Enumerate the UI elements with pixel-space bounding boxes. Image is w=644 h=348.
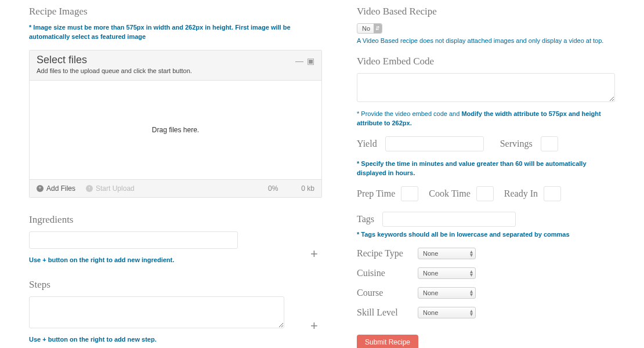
steps-hint: Use + button on the right to add new ste… [29,335,322,345]
ready-in-label: Ready In [504,188,538,199]
tags-input[interactable] [382,212,516,227]
list-view-icon[interactable]: — [295,56,302,66]
yield-input[interactable] [385,136,484,151]
embed-heading: Video Embed Code [357,56,615,67]
drop-zone-text: Drag files here. [152,126,199,134]
skill-level-value: None [423,309,438,316]
cuisine-value: None [423,270,438,277]
tags-hint: * Tags keywords should all be in lowerca… [357,230,615,240]
add-files-button[interactable]: + Add Files [37,184,75,193]
video-based-hint: A Video Based recipe does not display at… [357,37,615,44]
start-upload-button[interactable]: ↑ Start Upload [86,184,135,193]
image-size-hint: * Image size must be more than 575px in … [29,23,322,42]
cook-time-label: Cook Time [429,188,471,199]
submit-recipe-button[interactable]: Submit Recipe [357,335,418,348]
ingredients-hint: Use + button on the right to add new ing… [29,256,322,265]
embed-hint: * Provide the video embed code and Modif… [357,110,615,128]
ingredient-input[interactable] [29,231,238,249]
ready-in-input[interactable] [544,186,561,201]
drop-zone[interactable]: Drag files here. [30,81,321,179]
course-value: None [423,289,438,296]
recipe-type-label: Recipe Type [357,248,418,259]
recipe-type-select[interactable]: None ▴▾ [418,248,476,259]
servings-label: Servings [500,139,533,149]
recipe-type-value: None [423,250,438,257]
video-based-value: No [357,25,374,32]
yield-label: Yield [357,139,377,149]
file-uploader: Select files Add files to the upload que… [29,50,322,198]
cuisine-label: Cuisine [357,268,418,278]
steps-heading: Steps [29,279,322,291]
embed-hint-prefix: * Provide the video embed code and [357,110,461,117]
time-hint: * Specify the time in minutes and value … [357,160,615,178]
up-circle-icon: ↑ [86,185,93,192]
add-ingredient-button[interactable]: + [310,246,318,261]
thumb-view-icon[interactable]: ▣ [307,56,314,66]
course-select[interactable]: None ▴▾ [418,287,476,299]
plus-circle-icon: + [37,185,44,192]
embed-code-textarea[interactable] [357,73,615,102]
add-files-label: Add Files [46,184,75,193]
tags-label: Tags [357,214,374,224]
prep-time-input[interactable] [401,186,418,201]
recipe-images-heading: Recipe Images [29,6,322,17]
dropdown-arrow-icon: ⇵ [374,24,382,33]
servings-input[interactable] [541,136,558,151]
cuisine-select[interactable]: None ▴▾ [418,267,476,279]
course-label: Course [357,288,418,298]
step-textarea[interactable] [29,296,284,328]
updown-arrow-icon: ▴▾ [470,289,473,296]
skill-level-label: Skill Level [357,307,418,318]
uploader-title: Select files [37,54,192,66]
uploader-subtitle: Add files to the upload queue and click … [37,67,192,74]
video-based-select[interactable]: No ⇵ [357,23,382,34]
updown-arrow-icon: ▴▾ [470,309,473,316]
cook-time-input[interactable] [476,186,494,201]
updown-arrow-icon: ▴▾ [470,270,473,276]
add-step-button[interactable]: + [310,318,318,333]
video-based-heading: Video Based Recipe [357,6,615,17]
ingredients-heading: Ingredients [29,214,322,226]
skill-level-select[interactable]: None ▴▾ [418,307,476,318]
updown-arrow-icon: ▴▾ [470,250,473,256]
start-upload-label: Start Upload [96,184,135,193]
prep-time-label: Prep Time [357,188,395,199]
upload-size-total: 0 kb [301,184,314,193]
upload-progress: 0% [268,184,278,193]
